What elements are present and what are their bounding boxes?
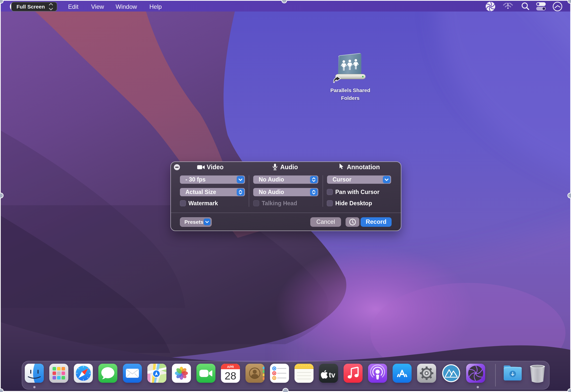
svg-text:Full Screen: Full Screen [17,4,45,10]
svg-text:28: 28 [225,370,236,382]
svg-text:tv: tv [329,371,335,379]
svg-text:APR: APR [227,365,234,369]
